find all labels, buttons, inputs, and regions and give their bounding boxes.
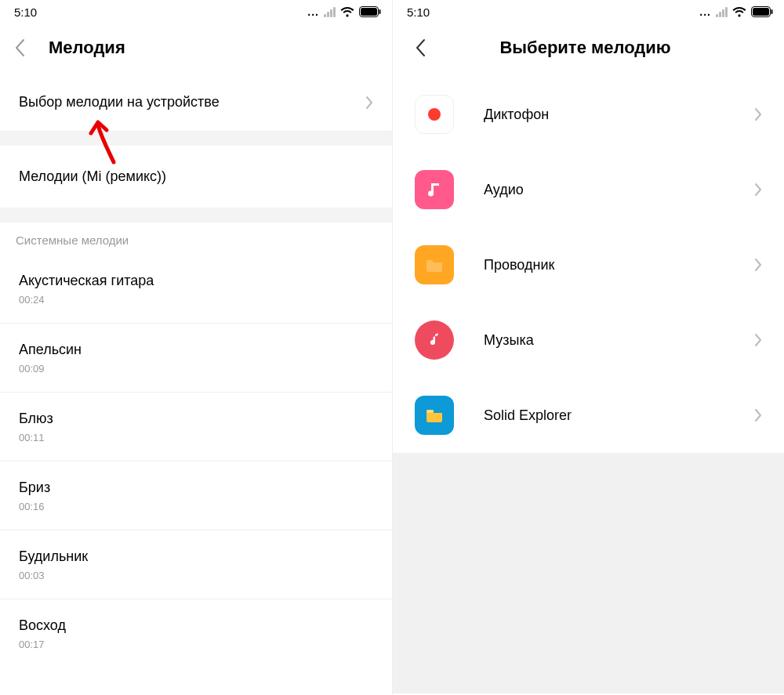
ringtone-duration: 00:24 (19, 294, 45, 306)
row-mi-remix[interactable]: Мелодии (Mi (ремикс)) (0, 146, 392, 208)
row-choose-on-device[interactable]: Выбор мелодии на устройстве (0, 74, 392, 132)
ringtone-duration: 00:17 (19, 639, 45, 650)
svg-rect-5 (771, 9, 773, 14)
app-label: Solid Explorer (484, 407, 754, 424)
screen-melody: 5:10 ... Мелодия Выбор мелодии на устрой… (0, 0, 392, 695)
battery-icon (751, 6, 773, 17)
screen-choose-app: 5:10 ... Выберите мелодию Диктофон (392, 0, 784, 695)
ringtone-name: Будильник (19, 548, 88, 565)
app-row-music[interactable]: Музыка (393, 302, 784, 378)
ringtone-duration: 00:09 (19, 363, 45, 375)
status-bar: 5:10 ... (393, 0, 784, 24)
chevron-right-icon (754, 408, 762, 422)
folder-icon (415, 245, 454, 284)
row-label: Мелодии (Mi (ремикс)) (19, 168, 166, 185)
svg-rect-7 (426, 410, 434, 413)
ringtone-row[interactable]: Будильник 00:03 (0, 530, 392, 599)
row-label: Выбор мелодии на устройстве (19, 94, 220, 110)
chevron-right-icon (365, 96, 373, 110)
page-title: Выберите мелодию (435, 38, 735, 58)
app-label: Музыка (484, 332, 754, 349)
ringtone-row[interactable]: Восход 00:17 (0, 599, 392, 668)
section-header-system: Системные мелодии (0, 223, 392, 255)
header: Мелодия (0, 24, 392, 74)
app-row-recorder[interactable]: Диктофон (393, 77, 784, 152)
status-icons: ... (307, 5, 381, 18)
audio-icon (415, 170, 454, 209)
status-bar: 5:10 ... (0, 0, 392, 24)
app-row-solid-explorer[interactable]: Solid Explorer (393, 378, 784, 453)
ringtone-duration: 00:16 (19, 501, 45, 512)
header: Выберите мелодию (393, 24, 784, 77)
ringtone-duration: 00:11 (19, 432, 45, 443)
wifi-icon (732, 6, 746, 17)
music-icon (415, 320, 454, 360)
ringtone-row[interactable]: Бриз 00:16 (0, 462, 392, 530)
chevron-right-icon (754, 258, 762, 272)
app-row-audio[interactable]: Аудио (393, 152, 784, 227)
battery-icon (359, 6, 381, 17)
ringtone-duration: 00:03 (19, 570, 45, 581)
back-button[interactable] (415, 38, 435, 57)
ringtone-name: Бриз (19, 480, 50, 496)
ringtone-name: Блюз (19, 411, 53, 427)
page-title: Мелодия (49, 38, 125, 58)
status-time: 5:10 (407, 5, 430, 19)
signal-icon (324, 7, 336, 17)
more-dots-icon: ... (699, 5, 711, 18)
status-time: 5:10 (14, 5, 37, 19)
ringtone-row[interactable]: Акустическая гитара 00:24 (0, 255, 392, 324)
signal-icon (716, 7, 728, 17)
app-label: Диктофон (484, 107, 754, 123)
svg-rect-1 (361, 8, 377, 16)
ringtone-row[interactable]: Апельсин 00:09 (0, 324, 392, 393)
ringtone-name: Апельсин (19, 342, 82, 358)
chevron-right-icon (754, 333, 762, 347)
section-gap (0, 132, 392, 146)
svg-rect-2 (379, 9, 381, 14)
status-icons: ... (699, 5, 773, 18)
solid-explorer-icon (415, 396, 454, 435)
ringtone-name: Акустическая гитара (19, 273, 154, 289)
app-row-files[interactable]: Проводник (393, 227, 784, 302)
app-label: Проводник (484, 257, 754, 273)
app-label: Аудио (484, 182, 754, 198)
svg-point-6 (428, 108, 441, 121)
chevron-right-icon (754, 107, 762, 121)
more-dots-icon: ... (307, 5, 319, 18)
ringtone-row[interactable]: Блюз 00:11 (0, 393, 392, 462)
chevron-right-icon (754, 183, 762, 197)
wifi-icon (340, 6, 354, 17)
svg-rect-4 (753, 8, 769, 16)
back-button[interactable] (14, 38, 34, 57)
recorder-icon (415, 95, 454, 134)
empty-area (393, 453, 784, 693)
ringtone-name: Восход (19, 617, 66, 634)
section-gap (0, 208, 392, 223)
